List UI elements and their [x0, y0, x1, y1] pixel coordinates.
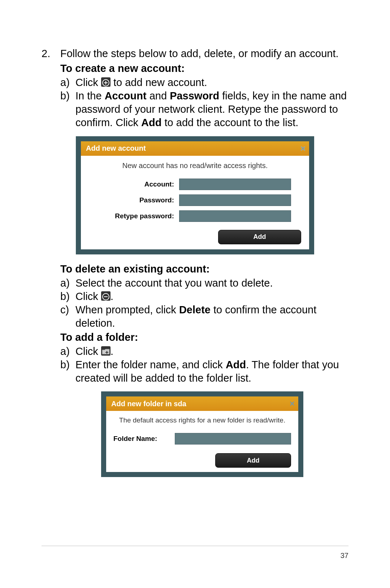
step-letter: a) [60, 76, 75, 89]
folder-step-a: a) Click . [60, 345, 348, 358]
delete-step-b: b) Click . [60, 290, 348, 303]
account-label: Account: [89, 180, 179, 188]
dialog-title: Add new account [86, 144, 146, 153]
folder-name-row: Folder Name: [106, 431, 298, 448]
add-folder-icon [101, 346, 110, 356]
password-input[interactable] [179, 194, 291, 206]
dialog-title: Add new folder in sda [111, 400, 186, 408]
step-content: Enter the folder name, and click Add. Th… [75, 358, 348, 385]
password-row: Password: [81, 192, 309, 208]
dialog-message: The default access rights for a new fold… [106, 411, 298, 431]
retype-password-input[interactable] [179, 210, 291, 222]
step-letter: c) [60, 303, 75, 330]
close-icon[interactable]: × [290, 399, 295, 409]
account-input[interactable] [179, 179, 291, 190]
step-content: Click to add new account. [75, 76, 348, 89]
folder-name-input[interactable] [175, 433, 291, 445]
step-text: Follow the steps below to add, delete, o… [60, 47, 339, 60]
step-letter: a) [60, 345, 75, 358]
close-icon[interactable]: × [300, 143, 306, 154]
heading-add-folder: To add a folder: [60, 331, 348, 343]
dialog-message: New account has no read/write access rig… [81, 156, 309, 176]
dialog-titlebar: Add new folder in sda × [106, 396, 298, 411]
folder-name-label: Folder Name: [113, 435, 175, 443]
heading-delete: To delete an existing account: [60, 263, 348, 275]
footer-divider [42, 546, 348, 546]
add-account-dialog: Add new account × New account has no rea… [76, 136, 314, 254]
dialog-titlebar: Add new account × [81, 141, 309, 156]
step-content: In the Account and Password fields, key … [75, 89, 348, 129]
add-button[interactable]: Add [215, 453, 291, 468]
step-content: Select the account that you want to dele… [75, 276, 348, 290]
retype-row: Retype password: [81, 208, 309, 224]
add-button[interactable]: Add [218, 230, 301, 244]
delete-step-a: a) Select the account that you want to d… [60, 276, 348, 290]
dialog-footer: Add [81, 224, 309, 249]
account-row: Account: [81, 176, 309, 192]
delete-step-c: c) When prompted, click Delete to confir… [60, 303, 348, 330]
folder-step-b: b) Enter the folder name, and click Add.… [60, 358, 348, 385]
step-letter: b) [60, 358, 75, 385]
step-letter: b) [60, 89, 75, 129]
create-step-a: a) Click to add new account. [60, 76, 348, 89]
heading-create: To create a new account: [60, 63, 348, 74]
add-folder-dialog: Add new folder in sda × The default acce… [101, 391, 303, 477]
step-letter: a) [60, 276, 75, 290]
create-step-b: b) In the Account and Password fields, k… [60, 89, 348, 129]
delete-account-icon [101, 291, 110, 301]
add-account-icon [101, 77, 110, 87]
step-content: When prompted, click Delete to confirm t… [75, 303, 348, 330]
password-label: Password: [89, 196, 179, 204]
dialog-footer: Add [106, 448, 298, 472]
step-letter: b) [60, 290, 75, 303]
text: Click [75, 77, 101, 88]
text: to add new account. [110, 77, 207, 88]
retype-label: Retype password: [89, 212, 179, 220]
page-number: 37 [341, 551, 348, 560]
step-number: 2. [42, 47, 60, 60]
step-content: Click . [75, 290, 348, 303]
step-content: Click . [75, 345, 348, 358]
step-2: 2. Follow the steps below to add, delete… [42, 47, 348, 60]
